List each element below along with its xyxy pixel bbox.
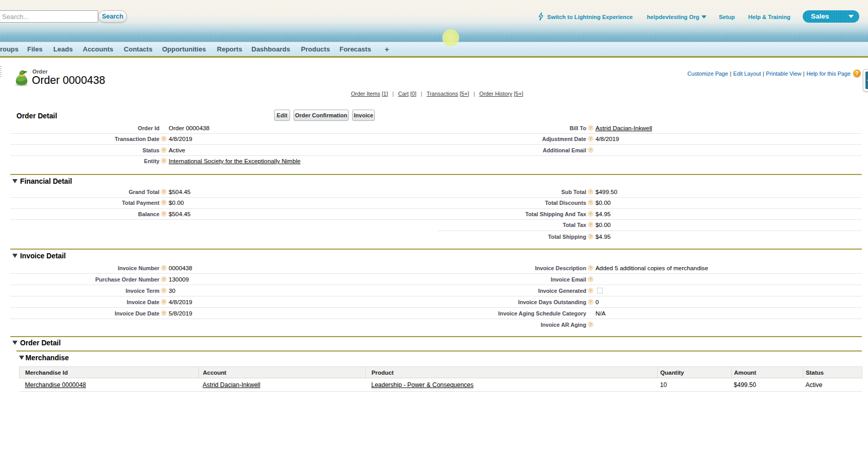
field-value: $0.00 <box>595 220 611 231</box>
collapse-triangle-icon <box>12 179 17 183</box>
field-help-icon[interactable]: ? <box>588 322 593 327</box>
help-question-icon[interactable]: ? <box>853 69 861 77</box>
field-help-icon[interactable]: ? <box>161 211 167 217</box>
field-help-icon[interactable]: ? <box>588 136 593 142</box>
field-label: Grand Total <box>10 186 159 197</box>
cell-product: Leadership - Power & Consequences <box>366 378 658 392</box>
switch-to-lightning-link[interactable]: Switch to Lightning Experience <box>547 13 633 21</box>
field-help-icon[interactable]: ? <box>588 265 593 271</box>
org-menu[interactable]: helpdevtesting Org <box>647 13 699 21</box>
help-for-this-page-link[interactable]: Help for this Page <box>806 71 851 77</box>
tab-accounts[interactable]: Accounts <box>83 42 113 56</box>
field-help-icon[interactable]: ? <box>161 147 167 153</box>
cell-status: Active <box>803 378 862 392</box>
search-input[interactable] <box>0 10 98 23</box>
tab-reports[interactable]: Reports <box>217 42 242 56</box>
column-header-quantity[interactable]: Quantity <box>657 367 731 378</box>
field-invoice-date: Invoice Date?4/8/2019 <box>10 296 437 308</box>
field-help-icon[interactable]: ? <box>588 288 593 293</box>
cell-link[interactable]: Astrid Dacian-Inkwell <box>203 381 260 389</box>
field-help-icon[interactable]: ? <box>588 147 593 153</box>
cell-link[interactable]: Leadership - Power & Consequences <box>371 381 474 389</box>
field-invoice-days-outstanding: Invoice Days Outstanding?0 <box>437 296 862 308</box>
separator: | <box>388 91 398 97</box>
order-items-link[interactable]: Order Items [1] <box>351 91 388 97</box>
transactions-link[interactable]: Transactions [5+] <box>427 91 469 97</box>
field-help-icon[interactable]: ? <box>161 136 167 142</box>
field-help-icon[interactable]: ? <box>588 189 593 195</box>
separator: | <box>417 91 427 97</box>
field-total-shipping-and-tax: Total Shipping And Tax?$4.95 <box>437 209 862 220</box>
field-help-icon[interactable]: ? <box>588 200 593 205</box>
field-value: 130009 <box>169 274 189 285</box>
column-header-amount[interactable]: Amount <box>731 367 803 378</box>
field-help-icon[interactable]: ? <box>161 158 167 164</box>
order-history-link[interactable]: Order History [5+] <box>479 91 523 97</box>
field-label: Invoice Number <box>10 262 159 273</box>
column-header-account[interactable]: Account <box>198 367 366 378</box>
tab-groups[interactable]: Groups <box>0 42 19 56</box>
field-help-icon[interactable]: ? <box>588 276 593 282</box>
tab-forecasts[interactable]: Forecasts <box>339 42 371 56</box>
edit-button[interactable]: Edit <box>274 110 290 121</box>
tab-dashboards[interactable]: Dashboards <box>251 42 290 56</box>
column-header-product[interactable]: Product <box>366 367 658 378</box>
cart-link[interactable]: Cart [0] <box>398 91 416 97</box>
column-header-merchandise-id[interactable]: Merchandise Id <box>20 367 199 378</box>
field-empty <box>10 220 437 231</box>
field-row: Invoice Term?30Invoice Generated? <box>0 285 868 296</box>
field-row: Entity?International Society for the Exc… <box>0 156 868 167</box>
column-header-status[interactable]: Status <box>803 367 862 378</box>
field-value-link[interactable]: International Society for the Exceptiona… <box>169 157 300 165</box>
field-help-icon[interactable]: ? <box>161 265 167 271</box>
field-help-icon[interactable]: ? <box>161 310 167 316</box>
field-help-icon[interactable]: ? <box>161 189 167 195</box>
cell-amount: $499.50 <box>731 378 803 392</box>
field-total-shipping: Total Shipping?$4.95 <box>437 231 862 242</box>
tab-files[interactable]: Files <box>27 42 43 56</box>
sidebar-expand-handle[interactable] <box>863 69 868 92</box>
collapse-triangle-icon <box>12 254 17 258</box>
field-grand-total: Grand Total?$504.45 <box>10 186 437 198</box>
field-label: Invoice Description <box>437 262 586 273</box>
sidebar-collapse-grip[interactable] <box>0 66 2 78</box>
field-empty <box>10 319 437 330</box>
field-value: Order 0000438 <box>169 123 209 133</box>
order-confirmation-button[interactable]: Order Confirmation <box>294 110 349 121</box>
printable-view-link[interactable]: Printable View <box>766 71 802 77</box>
setup-link[interactable]: Setup <box>719 13 735 21</box>
field-label: Invoice Due Date <box>10 308 159 319</box>
field-label: Balance <box>10 209 159 220</box>
app-menu-button[interactable]: Sales <box>803 10 859 23</box>
field-value: $0.00 <box>169 198 184 208</box>
edit-layout-link[interactable]: Edit Layout <box>733 71 761 77</box>
help-training-link[interactable]: Help & Training <box>748 13 790 21</box>
field-label: Total Discounts <box>437 198 586 208</box>
section-divider <box>16 350 862 352</box>
field-help-icon[interactable]: ? <box>161 299 167 305</box>
customize-page-link[interactable]: Customize Page <box>688 71 728 77</box>
field-help-icon[interactable]: ? <box>588 234 593 239</box>
search-button[interactable]: Search <box>98 10 127 23</box>
tab-add[interactable]: + <box>385 42 389 56</box>
field-help-icon[interactable]: ? <box>161 200 167 205</box>
field-row: Invoice Number?0000438Invoice Descriptio… <box>0 262 868 274</box>
field-value: Added 5 additional copies of merchandise <box>595 262 708 273</box>
tab-contacts[interactable]: Contacts <box>124 42 153 56</box>
tab-opportunities[interactable]: Opportunities <box>162 42 206 56</box>
field-help-icon[interactable]: ? <box>161 288 167 293</box>
field-empty <box>10 231 437 242</box>
invoice-button[interactable]: Invoice <box>352 110 375 121</box>
field-help-icon[interactable]: ? <box>161 276 167 282</box>
field-help-icon[interactable]: ? <box>588 299 593 305</box>
field-value: $499.50 <box>595 186 618 197</box>
field-help-icon[interactable]: ? <box>588 222 593 227</box>
field-value-link[interactable]: Astrid Dacian-Inkwell <box>595 125 652 132</box>
field-purchase-order-number: Purchase Order Number?130009 <box>10 274 437 285</box>
tab-products[interactable]: Products <box>301 42 330 56</box>
tab-leads[interactable]: Leads <box>53 42 73 56</box>
field-help-icon[interactable]: ? <box>588 125 593 131</box>
field-help-icon[interactable]: ? <box>588 211 593 217</box>
cell-link[interactable]: Merchandise 0000048 <box>25 381 86 389</box>
field-invoice-aging-schedule-category: Invoice Aging Schedule CategoryN/A <box>437 308 862 319</box>
